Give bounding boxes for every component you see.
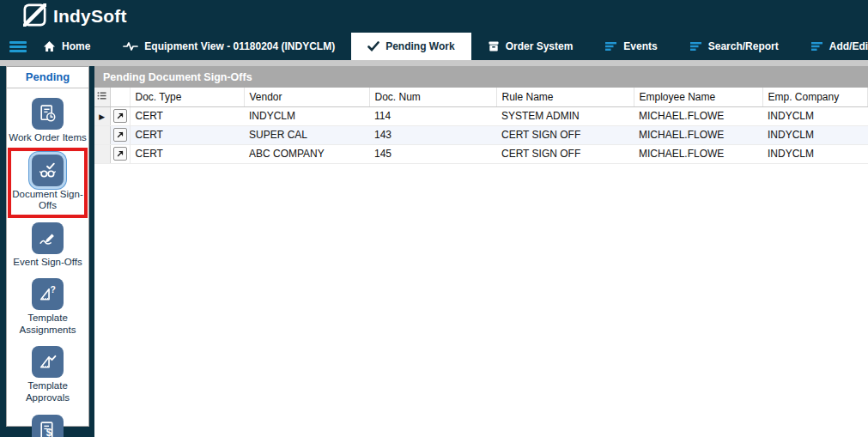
hamburger-menu-icon[interactable]: [0, 33, 27, 60]
nav-tab-label: Home: [62, 40, 90, 52]
sidebar-item-label: Template Approvals: [9, 380, 87, 404]
cell-employee-name: MICHAEL.FLOWE: [634, 125, 762, 144]
sidebar-item-template-assignments[interactable]: ? Template Assignments: [7, 276, 88, 341]
column-header-emp-company[interactable]: Emp. Company: [762, 88, 868, 106]
vendor-pos-icon: $: [32, 415, 64, 437]
list-bars-icon: [605, 41, 617, 52]
nav-tab-label: Events: [623, 40, 657, 52]
list-bars-icon: [690, 41, 702, 52]
cell-doc-type: CERT: [130, 144, 244, 163]
nav-tab-label: Search/Report: [708, 40, 779, 52]
top-brand-bar: IndySoft: [0, 0, 868, 33]
work-order-items-icon: [32, 98, 64, 130]
row-indicator-cell: [94, 144, 110, 163]
sidebar-item-template-approvals[interactable]: Template Approvals: [7, 343, 88, 409]
cell-vendor: SUPER CAL: [244, 125, 369, 144]
column-header-doc-num[interactable]: Doc. Num: [369, 88, 496, 106]
nav-tab-label: Add/Edit: [829, 40, 868, 52]
open-record-button[interactable]: [113, 128, 127, 142]
table-row[interactable]: CERT ABC COMPANY 145 CERT SIGN OFF MICHA…: [94, 144, 868, 163]
archive-box-icon: [488, 40, 500, 52]
sidebar-item-label: Template Assignments: [9, 313, 87, 336]
cell-rule-name: CERT SIGN OFF: [496, 125, 634, 144]
cell-doc-num: 145: [369, 144, 496, 163]
table-header-row: Doc. Type Vendor Doc. Num Rule Name Empl…: [94, 88, 868, 106]
divider-strip: [0, 60, 868, 66]
nav-tab-events[interactable]: Events: [589, 33, 673, 60]
grid-options-icon[interactable]: [94, 88, 110, 106]
nav-tab-search-report[interactable]: Search/Report: [674, 33, 795, 60]
svg-text:$: $: [46, 426, 52, 437]
column-header-doc-type[interactable]: Doc. Type: [130, 88, 244, 106]
cell-emp-company: INDYCLM: [762, 106, 868, 125]
cell-vendor: ABC COMPANY: [244, 144, 369, 163]
app-window: IndySoft Home Equipment View - 01180204 …: [0, 0, 868, 437]
nav-tab-label: Order System: [506, 40, 574, 52]
cell-doc-type: CERT: [130, 106, 244, 125]
table-row[interactable]: ▶ CERT INDYCLM 114 SYSTEM ADMIN MICHAEL.…: [94, 106, 868, 125]
cell-emp-company: INDYCLM: [762, 125, 868, 144]
document-sign-offs-icon: [32, 155, 64, 186]
sidebar-items: Work Order Items Document Sign-Offs: [7, 88, 88, 437]
column-header-rule-name[interactable]: Rule Name: [496, 88, 634, 106]
sidebar-title: Pending: [7, 67, 88, 88]
nav-tab-equipment-view[interactable]: Equipment View - 01180204 (INDYCLM): [106, 33, 351, 60]
brand-name: IndySoft: [53, 6, 127, 27]
panel-title: Pending Document Sign-Offs: [94, 66, 868, 88]
sidebar-item-label: Document Sign-Offs: [9, 189, 87, 212]
nav-tab-label: Pending Work: [385, 40, 454, 52]
cell-rule-name: SYSTEM ADMIN: [496, 106, 634, 125]
home-icon: [43, 40, 56, 52]
open-record-button[interactable]: [113, 109, 127, 123]
sidebar-item-vendor-pos[interactable]: $ Vendor POs: [7, 412, 88, 437]
sidebar-item-label: Event Sign-Offs: [13, 257, 82, 269]
current-row-indicator-icon: ▶: [94, 106, 110, 125]
template-approvals-icon: [32, 346, 64, 378]
nav-tab-label: Equipment View - 01180204 (INDYCLM): [144, 40, 335, 52]
cell-vendor: INDYCLM: [244, 106, 369, 125]
nav-tab-pending-work[interactable]: Pending Work: [351, 33, 470, 60]
pending-sidebar: Pending Work Order Items: [6, 66, 89, 427]
cell-doc-num: 143: [369, 125, 496, 144]
sidebar-item-document-sign-offs[interactable]: Document Sign-Offs: [7, 152, 88, 217]
nav-tab-home[interactable]: Home: [27, 33, 106, 60]
sidebar-item-work-order-items[interactable]: Work Order Items: [7, 95, 88, 149]
column-header-blank: [110, 88, 130, 106]
row-indicator-cell: [94, 125, 110, 144]
cell-employee-name: MICHAEL.FLOWE: [634, 106, 762, 125]
row-action-cell: [110, 125, 130, 144]
body-area: Pending Work Order Items: [0, 60, 868, 437]
main-nav-bar: Home Equipment View - 01180204 (INDYCLM)…: [0, 33, 868, 60]
nav-tab-add-edit[interactable]: Add/Edit: [795, 33, 868, 60]
pending-signoffs-table: Doc. Type Vendor Doc. Num Rule Name Empl…: [94, 88, 868, 164]
main-panel: Pending Document Sign-Offs: [94, 66, 868, 437]
sidebar-item-event-sign-offs[interactable]: Event Sign-Offs: [7, 220, 88, 274]
cell-rule-name: CERT SIGN OFF: [496, 144, 634, 163]
checkmark-icon: [367, 41, 379, 52]
cell-employee-name: MICHAEL.FLOWE: [634, 144, 762, 163]
row-action-cell: [110, 106, 130, 125]
open-record-button[interactable]: [113, 147, 127, 161]
cell-emp-company: INDYCLM: [762, 144, 868, 163]
template-assignments-icon: ?: [32, 278, 64, 310]
indysoft-logo-icon: [23, 3, 46, 30]
column-header-employee-name[interactable]: Employee Name: [634, 88, 762, 106]
nav-tab-order-system[interactable]: Order System: [471, 33, 590, 60]
table-row[interactable]: CERT SUPER CAL 143 CERT SIGN OFF MICHAEL…: [94, 125, 868, 144]
cell-doc-type: CERT: [130, 125, 244, 144]
waveform-icon: [123, 41, 138, 52]
cell-doc-num: 114: [369, 106, 496, 125]
sidebar-item-label: Work Order Items: [9, 132, 87, 144]
column-header-vendor[interactable]: Vendor: [244, 88, 369, 106]
svg-text:?: ?: [51, 286, 56, 295]
brand-logo: IndySoft: [23, 3, 127, 30]
list-bars-icon: [811, 41, 823, 52]
row-action-cell: [110, 144, 130, 163]
event-sign-offs-icon: [32, 222, 64, 254]
